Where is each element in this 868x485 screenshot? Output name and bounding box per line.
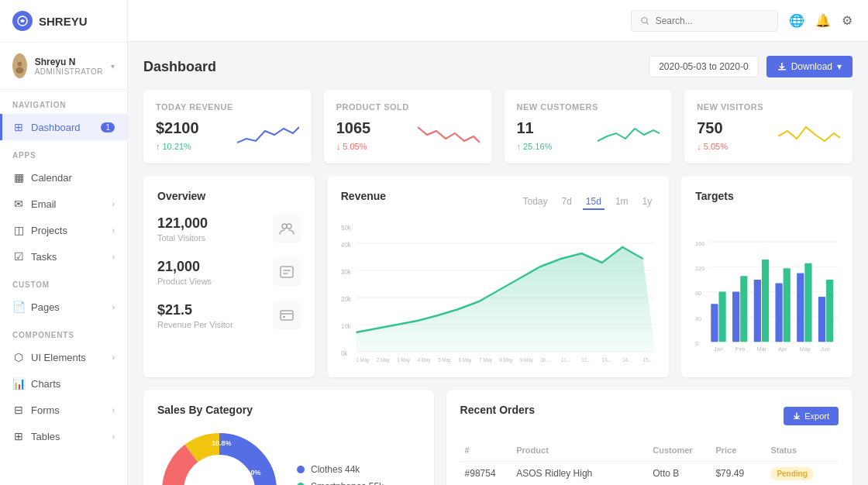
tables-label: Tables xyxy=(31,431,60,442)
svg-text:7 May: 7 May xyxy=(479,357,492,363)
svg-text:0k: 0k xyxy=(341,349,348,358)
sidebar-item-tasks[interactable]: ☑ Tasks › xyxy=(0,243,127,270)
main-content: 🌐 🔔 ⚙ Dashboard 2020-05-03 to 2020-0 Dow… xyxy=(128,0,868,485)
visitors-value: 750 xyxy=(697,119,728,137)
legend-clothes: Clothes 44k xyxy=(297,464,384,475)
svg-text:40k: 40k xyxy=(341,241,351,249)
globe-icon[interactable]: 🌐 xyxy=(789,13,804,28)
category-card: Sales By Category 28.0% 26.1 xyxy=(143,390,434,485)
visitors-label: NEW VISITORS xyxy=(697,102,840,112)
customers-value: 11 xyxy=(517,119,553,137)
email-icon: ✉ xyxy=(12,198,25,210)
svg-rect-6 xyxy=(778,69,786,71)
charts-icon: 📊 xyxy=(12,377,25,390)
stat-cards: TODAY REVENUE $2100 ↑10.21% xyxy=(143,90,852,163)
svg-rect-49 xyxy=(719,292,726,342)
svg-rect-59 xyxy=(826,280,833,342)
svg-rect-51 xyxy=(740,276,747,342)
svg-rect-48 xyxy=(711,304,718,342)
revenue-sparkline xyxy=(237,119,299,150)
svg-text:20k: 20k xyxy=(341,295,351,304)
svg-rect-57 xyxy=(805,263,812,342)
order-status: Pending xyxy=(766,462,839,486)
svg-point-2 xyxy=(17,62,22,67)
pages-label: Pages xyxy=(31,301,60,313)
export-button[interactable]: Export xyxy=(784,407,839,425)
sidebar-item-tables[interactable]: ⊞ Tables › xyxy=(0,423,127,449)
col-id: # xyxy=(460,439,512,462)
svg-rect-11 xyxy=(283,316,285,318)
order-price: $79.49 xyxy=(711,462,766,486)
tab-1y[interactable]: 1y xyxy=(639,194,656,210)
search-input[interactable] xyxy=(656,15,768,26)
svg-text:4 May: 4 May xyxy=(417,357,430,363)
svg-text:1 May: 1 May xyxy=(356,357,369,363)
sidebar-item-projects[interactable]: ◫ Projects › xyxy=(0,217,127,243)
svg-text:80: 80 xyxy=(695,290,701,297)
overview-title: Overview xyxy=(157,190,301,202)
svg-text:Apr: Apr xyxy=(778,346,787,353)
sidebar-item-pages[interactable]: 📄 Pages › xyxy=(0,294,127,320)
pages-icon: 📄 xyxy=(12,301,25,313)
search-box[interactable] xyxy=(631,10,778,32)
tasks-icon: ☑ xyxy=(12,250,25,263)
clothes-dot xyxy=(297,466,305,473)
svg-rect-10 xyxy=(281,311,293,320)
svg-rect-53 xyxy=(762,260,769,342)
logo: SHREYU xyxy=(0,0,127,43)
custom-label: CUSTOM xyxy=(0,270,127,294)
user-info-section[interactable]: Shreyu N ADMINISTRATOR ▾ xyxy=(0,43,127,90)
overview-item-visitors: 121,000 Total Visitors xyxy=(157,215,301,242)
ui-elements-icon: ⬡ xyxy=(12,351,25,363)
components-label: COMPONENTS xyxy=(0,320,127,344)
svg-point-8 xyxy=(287,224,291,229)
sidebar-item-calendar[interactable]: ▦ Calendar xyxy=(0,164,127,191)
tab-7d[interactable]: 7d xyxy=(559,194,575,210)
sidebar-item-forms[interactable]: ⊟ Forms › xyxy=(0,397,127,423)
svg-text:9 May: 9 May xyxy=(520,357,533,363)
col-product: Product xyxy=(512,439,648,462)
tab-1m[interactable]: 1m xyxy=(612,194,632,210)
svg-text:30k: 30k xyxy=(341,268,351,277)
bell-icon[interactable]: 🔔 xyxy=(815,13,831,28)
logo-icon xyxy=(12,11,33,31)
revenue-value: $2100 xyxy=(156,119,199,137)
sidebar-item-ui-elements[interactable]: ⬡ UI Elements › xyxy=(0,344,127,370)
revenue-per-visitor-icon xyxy=(273,301,301,329)
projects-label: Projects xyxy=(31,225,67,236)
customers-label: NEW CUSTOMERS xyxy=(517,102,660,112)
svg-text:50k: 50k xyxy=(341,224,351,232)
navigation-label: NAVIGATION xyxy=(0,90,127,114)
export-icon xyxy=(793,412,801,420)
revenue-per-visitor-number: $21.5 xyxy=(157,302,233,318)
svg-point-4 xyxy=(642,17,647,22)
revenue-chart: 0k 10k 20k 30k 40k 50k xyxy=(341,224,656,363)
sidebar-item-charts[interactable]: 📊 Charts xyxy=(0,370,127,397)
donut-chart: 28.0% 26.1% 10.8% xyxy=(157,428,281,485)
product-views-number: 21,000 xyxy=(157,259,212,275)
order-customer: Otto B xyxy=(648,462,711,486)
stat-card-revenue: TODAY REVENUE $2100 ↑10.21% xyxy=(143,90,312,163)
sidebar-item-email[interactable]: ✉ Email › xyxy=(0,191,127,217)
svg-text:15...: 15... xyxy=(642,357,652,363)
chevron-right-icon6: › xyxy=(112,406,115,414)
col-price: Price xyxy=(711,439,766,462)
overview-item-views: 21,000 Product Views xyxy=(157,258,301,286)
tab-today[interactable]: Today xyxy=(519,194,550,210)
donut-legend: Clothes 44k Smartphones 55k Electronics … xyxy=(297,464,384,485)
revenue-card: Revenue Today 7d 15d 1m 1y 0k 10k xyxy=(327,176,670,377)
svg-text:14...: 14... xyxy=(622,357,632,363)
page-title: Dashboard xyxy=(143,59,216,75)
svg-text:28.0%: 28.0% xyxy=(241,469,261,476)
download-button[interactable]: Download ▾ xyxy=(766,56,852,77)
revenue-per-visitor-desc: Revenue Per Visitor xyxy=(157,320,233,329)
stat-card-customers: NEW CUSTOMERS 11 ↑25.16% xyxy=(505,90,673,163)
svg-text:2 May: 2 May xyxy=(377,357,390,363)
settings-icon[interactable]: ⚙ xyxy=(842,13,852,28)
tab-15d[interactable]: 15d xyxy=(583,194,604,210)
svg-text:40: 40 xyxy=(695,315,701,322)
sidebar-item-dashboard[interactable]: ⊞ Dashboard 1 xyxy=(0,114,127,140)
svg-rect-54 xyxy=(776,284,783,342)
app-name: SHREYU xyxy=(39,15,88,28)
status-badge: Pending xyxy=(770,467,813,480)
